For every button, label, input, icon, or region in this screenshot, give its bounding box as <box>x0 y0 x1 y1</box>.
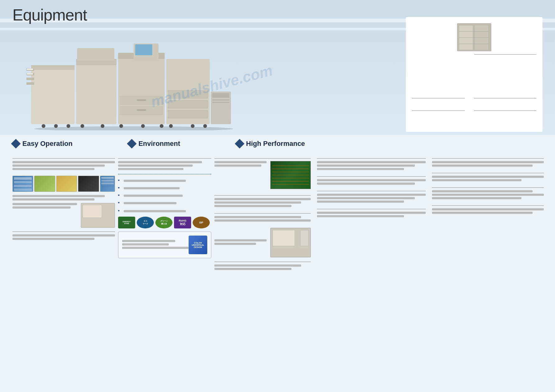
high-performance-label: High Performance <box>246 140 305 148</box>
hp3-line4 <box>432 179 521 181</box>
hp1-last2 <box>214 268 291 270</box>
nav-item-easy-operation[interactable]: Easy Operation <box>12 140 72 148</box>
hp1-line2 <box>214 164 261 167</box>
nav-item-environment[interactable]: Environment <box>128 140 180 148</box>
bp-logo: BP <box>193 217 210 228</box>
cud-text <box>122 240 189 250</box>
hp2-line8 <box>317 201 404 203</box>
svg-rect-19 <box>137 109 146 111</box>
svg-point-37 <box>191 124 195 128</box>
easy-op-divider <box>12 158 115 159</box>
svg-rect-6 <box>26 82 34 85</box>
svg-point-36 <box>169 124 173 128</box>
hp1-divider2 <box>214 195 311 196</box>
hp2-divider2 <box>317 176 426 177</box>
hp2-divider1 <box>317 158 426 159</box>
rohs-logo: RoHS対応 <box>174 217 191 228</box>
hp3-line5 <box>432 190 533 192</box>
hp2-line3 <box>317 168 404 170</box>
hp3-line3 <box>432 176 544 178</box>
environment-diamond <box>127 139 137 148</box>
svg-rect-22 <box>168 100 208 109</box>
env-divider <box>118 158 211 159</box>
hp1-divider3 <box>214 213 311 214</box>
svg-rect-2 <box>31 65 75 70</box>
circuit-board-image <box>270 161 311 189</box>
easy-op-line1 <box>12 161 115 163</box>
hp1-line1 <box>214 161 267 163</box>
svg-rect-15 <box>135 44 152 55</box>
svg-point-32 <box>101 124 104 128</box>
page-wrapper: Equipment <box>0 0 555 392</box>
hp1-text <box>214 161 267 168</box>
hp1-desc3 <box>214 205 291 207</box>
svg-rect-9 <box>76 59 117 124</box>
hp3-line2 <box>432 164 533 167</box>
circuit-board-container <box>270 161 311 189</box>
hp2-line5 <box>317 182 415 185</box>
svg-point-29 <box>54 124 58 128</box>
bullet-item-1 <box>118 178 211 183</box>
green-mark-logo: グリーン購入法 <box>155 217 172 228</box>
hp3-line9 <box>432 212 533 214</box>
env-line1 <box>118 161 202 163</box>
hp1-circuit-row <box>214 161 311 189</box>
cud-line2 <box>122 243 169 246</box>
svg-point-34 <box>141 124 145 128</box>
easy-op-bottom1 <box>12 234 115 237</box>
printer-image-area <box>25 25 252 130</box>
svg-point-38 <box>203 124 207 128</box>
nav-item-high-performance[interactable]: High Performance <box>236 140 305 148</box>
display-panel-image-small <box>270 228 311 257</box>
hp3-divider2 <box>432 173 544 173</box>
svg-rect-7 <box>27 69 33 70</box>
hp3-divider1 <box>432 158 544 159</box>
hp2-divider3 <box>317 191 426 191</box>
svg-rect-27 <box>212 102 229 103</box>
hp3-line6 <box>432 194 544 196</box>
hp1-pt1 <box>214 239 267 241</box>
high-performance-diamond <box>235 139 244 148</box>
easy-op-line3 <box>12 168 94 170</box>
hp1-perf1 <box>214 216 301 218</box>
svg-point-31 <box>80 124 84 128</box>
cud-line3 <box>122 247 189 249</box>
hp1-last1 <box>214 264 301 267</box>
cud-logo: COLORUNIVERSALDESIGN <box>189 236 207 254</box>
hp1-pt2 <box>214 243 256 245</box>
svg-rect-26 <box>212 99 229 101</box>
svg-point-30 <box>67 124 70 128</box>
printer-image <box>25 34 242 130</box>
hp2-line10 <box>317 215 404 217</box>
bullet-text-1 <box>124 180 186 182</box>
nav-section: Easy Operation Environment High Performa… <box>12 140 543 148</box>
svg-point-35 <box>160 124 163 128</box>
easy-op-bottom2 <box>12 238 94 240</box>
environment-label: Environment <box>138 140 180 148</box>
cud-line1 <box>122 240 175 242</box>
svg-rect-1 <box>31 65 75 124</box>
easy-op-line2 <box>12 164 105 167</box>
high-perf-column-2 <box>317 158 426 219</box>
svg-point-33 <box>119 124 123 128</box>
operation-easy-area <box>16 187 138 234</box>
env-line3 <box>118 168 183 170</box>
svg-rect-5 <box>26 78 34 80</box>
hp1-divider <box>214 158 311 159</box>
hp3-divider3 <box>432 187 544 188</box>
equipment-card <box>406 17 543 132</box>
easy-operation-diamond <box>11 139 21 148</box>
hp2-line7 <box>317 197 415 199</box>
hp2-line4 <box>317 179 426 181</box>
svg-rect-18 <box>137 99 146 101</box>
svg-rect-21 <box>168 90 208 99</box>
hp3-line1 <box>432 161 544 163</box>
hp1-perf2 <box>214 219 311 222</box>
high-perf-column-1 <box>214 158 311 271</box>
hp3-divider4 <box>432 205 544 206</box>
hp2-line1 <box>317 161 426 163</box>
hp2-divider4 <box>317 209 426 209</box>
svg-rect-23 <box>168 110 208 119</box>
hero-section <box>0 0 555 135</box>
hp1-divider4 <box>214 262 311 262</box>
